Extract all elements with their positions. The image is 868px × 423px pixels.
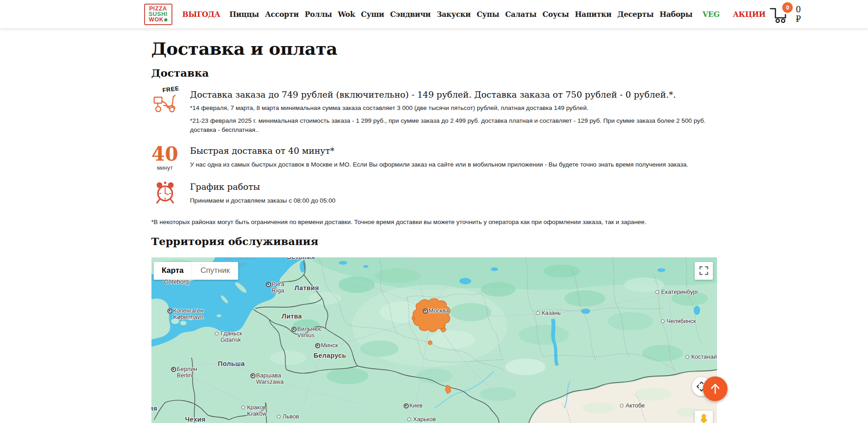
text-line: *21-23 февраля 2025 г. минимальная стоим… — [190, 116, 717, 135]
site-logo[interactable]: PIZZA SUSHI WOK — [144, 4, 172, 25]
map-marker-icon — [266, 282, 271, 287]
nav-item-суши[interactable]: Суши — [361, 10, 384, 19]
map-marker-icon — [655, 290, 659, 294]
logo-line-wok: WOK — [145, 17, 172, 22]
territory-heading: Территория обслуживания — [151, 235, 717, 247]
cart-button[interactable]: 0 — [769, 5, 790, 23]
map-label-казань: Казань — [542, 310, 561, 316]
map-label-беларусь: Беларусь — [314, 352, 347, 359]
minutes-caption: минут — [157, 165, 172, 171]
delivery-and-payment-page: { "header": { "logo_lines": ["PIZZA", "S… — [0, 0, 868, 423]
satellite-button[interactable]: Спутник — [192, 262, 238, 280]
map-marker-icon — [407, 418, 411, 421]
pegman-icon — [699, 413, 708, 423]
map-marker-icon — [686, 355, 689, 359]
map-label-вильнюс: ВильнюсVilnius — [297, 326, 322, 339]
nav-item-пиццы[interactable]: Пиццы — [229, 10, 259, 19]
nav-item-роллы[interactable]: Роллы — [305, 10, 332, 19]
map-marker-icon — [423, 308, 428, 313]
delivery-note: *В некоторых районах могут быть ограниче… — [151, 218, 717, 227]
40-minutes-badge: 40 минут — [151, 145, 179, 171]
minutes-number: 40 — [151, 145, 178, 163]
map-marker-icon — [620, 404, 624, 407]
map-marker-icon — [536, 311, 540, 315]
schedule-title: График работы — [190, 181, 717, 193]
nav-item-сэндвичи[interactable]: Сэндвичи — [390, 10, 431, 19]
delivery-heading: Доставка — [151, 67, 717, 79]
logo-dot — [164, 18, 167, 21]
map-type-controls: Карта Спутник — [154, 262, 238, 280]
delivery-row-text: Доставка заказа до 749 рублей (включител… — [190, 89, 717, 135]
clock-svg — [155, 181, 176, 205]
map-marker-icon — [250, 373, 255, 378]
map-marker-icon — [661, 319, 665, 323]
map-label-чехия: Чехия — [185, 416, 206, 423]
text-line: Принимаем и доставляем заказы с 08:00 до… — [190, 196, 717, 206]
logo-line-pizza: PIZZA — [145, 6, 172, 11]
nav-item-соусы[interactable]: Соусы — [542, 10, 569, 19]
map-marker-icon — [167, 308, 172, 313]
cart-area: 0 0 ₽ — [769, 5, 800, 24]
service-territory-map[interactable]: БалтийскоемореЭстонияГётеборгGöteborgКоп… — [151, 257, 717, 423]
nav-item-выгода[interactable]: ВЫГОДА — [182, 10, 220, 19]
map-marker-icon — [241, 406, 245, 409]
delivery-row-speed: 40 минут Быстрая доставка от 40 минут* У… — [151, 145, 717, 171]
nav-item-напитки[interactable]: Напитки — [575, 10, 611, 19]
nav-item-закуски[interactable]: Закуски — [437, 10, 471, 19]
nav-item-wok[interactable]: Wok — [338, 10, 355, 19]
delivery-schedule-text: График работы Принимаем и доставляем зак… — [190, 181, 717, 205]
map-label-латвия: Латвия — [295, 285, 319, 291]
text-line: *14 февраля, 7 марта, 8 марта минимальна… — [190, 104, 717, 113]
map-label-москва: Москва — [429, 308, 449, 314]
pegman-control[interactable] — [695, 411, 713, 423]
up-arrow-icon — [709, 382, 722, 395]
site-header: PIZZA SUSHI WOK ВЫГОДАПиццыАссортиРоллыW… — [0, 0, 868, 28]
cart-total: 0 ₽ — [795, 5, 800, 24]
main-nav: ВЫГОДАПиццыАссортиРоллыWokСушиСэндвичиЗа… — [182, 10, 769, 19]
map-label-копенгаген: КопенгагенKøbenhavn — [173, 308, 204, 320]
map-label-гданьск: ГданьскGdańsk — [221, 330, 242, 343]
nav-item-супы[interactable]: Супы — [477, 10, 499, 19]
map-label-германия: Германия — [151, 405, 157, 412]
map-marker-icon — [404, 403, 409, 408]
schedule-details: Принимаем и доставляем заказы с 08:00 до… — [190, 196, 717, 206]
page-title: Доставка и оплата — [151, 39, 717, 59]
map-label-берлин: БерлинBerlin — [177, 366, 198, 379]
map-label-львов: Львов — [283, 413, 299, 420]
map-marker-icon — [277, 415, 281, 418]
delivery-row-price: FREE Доставка заказа до 749 рублей (вклю… — [151, 89, 717, 135]
map-marker-icon — [171, 367, 176, 372]
map-label-харьков: Харьков — [413, 416, 436, 423]
nav-item-акции[interactable]: АКЦИИ — [733, 10, 766, 19]
map-button[interactable]: Карта — [154, 262, 192, 280]
fullscreen-icon — [698, 265, 710, 277]
map-label-рига: РигаRīga — [272, 281, 285, 294]
nav-item-veg[interactable]: VEG — [702, 10, 719, 19]
delivery-price-details: *14 февраля, 7 марта, 8 марта минимальна… — [190, 104, 717, 135]
scroll-to-top-button[interactable] — [703, 376, 728, 401]
map-label-краков: КраковKraków — [247, 404, 267, 417]
nav-item-ассорти[interactable]: Ассорти — [265, 10, 299, 19]
main-content: Доставка и оплата Доставка FREE — [151, 39, 717, 423]
map-label-актобе: Актобе — [626, 402, 645, 409]
text-line: У нас одна из самых быстрых доставок в М… — [190, 160, 717, 170]
delivery-price-title: Доставка заказа до 749 рублей (включител… — [190, 89, 717, 101]
alarm-clock-icon — [151, 181, 179, 205]
delivery-scooter-free-icon: FREE — [151, 89, 179, 135]
map-label-минск: Минск — [321, 342, 338, 349]
fullscreen-button[interactable] — [695, 262, 713, 280]
map-label-челябинск: Челябинск — [667, 318, 696, 324]
map-label-эстония: Эстония — [287, 257, 315, 260]
delivery-speed-text: Быстрая доставка от 40 минут* У нас одна… — [190, 145, 717, 171]
nav-item-салаты[interactable]: Салаты — [505, 10, 536, 19]
map-label-польша: Польша — [218, 360, 245, 367]
nav-item-десерты[interactable]: Десерты — [618, 10, 654, 19]
map-label-костанай: Костанай — [691, 354, 717, 360]
delivery-speed-details: У нас одна из самых быстрых доставок в М… — [190, 160, 717, 170]
map-label-варшава: ВаршаваWarszawa — [256, 372, 284, 385]
nav-item-наборы[interactable]: Наборы — [660, 10, 692, 19]
map-label-литва: Литва — [282, 313, 302, 319]
map-marker-icon — [291, 327, 296, 332]
map-label-екатеринбург: Екатеринбург — [661, 289, 699, 295]
delivery-speed-title: Быстрая доставка от 40 минут* — [190, 145, 717, 157]
